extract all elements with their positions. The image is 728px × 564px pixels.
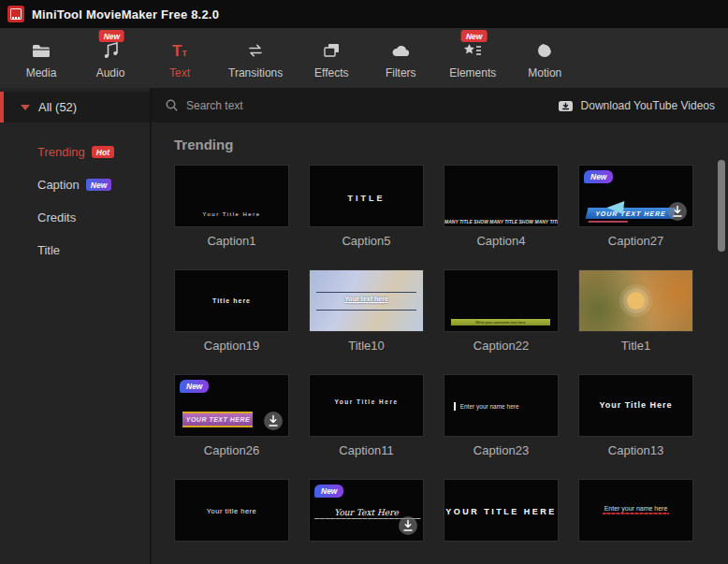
template-preview-text: YOUR TEXT HERE: [586, 208, 677, 219]
tab-label: Elements: [449, 66, 496, 80]
template-thumbnail[interactable]: Your Title Here: [174, 165, 289, 227]
template-preview: YOUR TITLE HERE: [444, 480, 558, 541]
tab-elements[interactable]: New Elements: [442, 28, 503, 88]
tab-label: Filters: [386, 66, 416, 80]
window-title: MiniTool MovieMaker Free 8.2.0: [32, 7, 219, 22]
effects-icon: [321, 39, 342, 62]
template-card-caption5[interactable]: TITLE Caption5: [309, 165, 424, 249]
template-thumbnail[interactable]: New Your Text Here: [309, 479, 424, 542]
template-name-label: Caption19: [174, 339, 289, 354]
template-card-caption13[interactable]: Your Title Here Caption13: [578, 374, 693, 458]
tab-effects[interactable]: Effects: [303, 28, 359, 88]
sidebar-item-credits[interactable]: Credits: [0, 201, 150, 234]
template-card-caption19[interactable]: Title here Caption19: [174, 269, 289, 354]
template-thumbnail[interactable]: Your Title Here: [309, 374, 424, 437]
new-badge: New: [86, 179, 111, 191]
template-name-label: [174, 548, 289, 563]
template-thumbnail[interactable]: Enter your name here: [578, 479, 693, 542]
template-card-caption11[interactable]: Your Title Here Caption11: [309, 374, 424, 458]
template-name-label: Caption23: [444, 443, 559, 458]
text-icon: Tт: [172, 39, 187, 62]
template-thumbnail[interactable]: Your title here: [174, 479, 289, 542]
tab-text[interactable]: Tт Text: [152, 28, 208, 88]
section-title: Trending: [174, 137, 728, 152]
template-preview-text: Enter your name here: [579, 505, 692, 514]
template-thumbnail[interactable]: New YOUR TEXT HERE: [578, 165, 693, 227]
template-preview: Your title here: [175, 480, 288, 541]
template-card-row4-4[interactable]: Enter your name here: [578, 479, 693, 563]
template-name-label: Title1: [578, 339, 693, 354]
template-thumbnail[interactable]: [578, 269, 693, 332]
template-preview-text: Your Title Here: [579, 400, 692, 410]
template-preview-text: TITLE: [310, 194, 423, 203]
sidebar-item-label: Credits: [37, 210, 76, 224]
template-name-label: Caption11: [309, 443, 424, 458]
tab-motion[interactable]: Motion: [517, 28, 573, 88]
download-youtube-videos-button[interactable]: Download YouTube Videos: [558, 98, 715, 113]
template-card-row4-1[interactable]: Your title here: [174, 479, 289, 563]
template-card-caption26[interactable]: New YOUR TEXT HERE Caption26: [174, 374, 289, 458]
template-card-caption4[interactable]: MANY TITLE SHOW MANY TITLE SHOW MANY TIT…: [444, 165, 559, 249]
download-icon[interactable]: [263, 411, 284, 431]
template-thumbnail[interactable]: New YOUR TEXT HERE: [174, 374, 289, 437]
template-preview: [579, 270, 692, 331]
motion-icon: [535, 39, 554, 62]
template-name-label: Caption13: [578, 443, 693, 458]
tab-transitions[interactable]: Transitions: [221, 28, 290, 88]
tab-audio[interactable]: New Audio: [82, 28, 138, 88]
sidebar-item-caption[interactable]: Caption New: [0, 168, 150, 201]
video-download-icon: [558, 98, 575, 113]
template-thumbnail[interactable]: Enter your name here: [444, 374, 559, 437]
template-preview-text: YOUR TITLE HERE: [444, 507, 558, 516]
sidebar-group-all[interactable]: All (52): [0, 92, 150, 123]
template-thumbnail[interactable]: Your text here: [309, 269, 424, 332]
template-card-caption1[interactable]: Your Title Here Caption1: [174, 165, 289, 249]
template-preview-text: MANY TITLE SHOW MANY TITLE SHOW MANY TIT…: [444, 219, 558, 224]
template-card-row4-3[interactable]: YOUR TITLE HERE: [444, 479, 559, 563]
template-name-label: [309, 548, 424, 563]
tab-media[interactable]: Media: [13, 28, 69, 88]
template-card-caption23[interactable]: Enter your name here Caption23: [444, 374, 559, 458]
filters-icon: [390, 39, 411, 62]
template-card-row4-2[interactable]: New Your Text Here: [309, 479, 424, 563]
template-card-title1[interactable]: Title1: [578, 269, 693, 354]
tab-label: Media: [26, 66, 57, 80]
template-preview-text: Your text here: [310, 296, 423, 302]
template-card-title10[interactable]: Your text here Title10: [309, 269, 424, 354]
tab-filters[interactable]: Filters: [372, 28, 429, 88]
template-thumbnail[interactable]: Your Title Here: [578, 374, 693, 437]
download-icon[interactable]: [398, 515, 418, 536]
tab-label: Effects: [314, 66, 348, 80]
new-badge: New: [584, 170, 613, 183]
vertical-scrollbar[interactable]: [718, 160, 725, 252]
template-preview: Enter your name here: [579, 480, 692, 541]
template-thumbnail[interactable]: Write your awesome text here: [444, 269, 559, 332]
template-card-caption22[interactable]: Write your awesome text here Caption22: [444, 269, 559, 354]
sidebar-item-title[interactable]: Title: [0, 234, 150, 267]
template-name-label: Caption1: [174, 234, 289, 249]
search-placeholder: Search text: [186, 99, 243, 112]
template-thumbnail[interactable]: YOUR TITLE HERE: [444, 479, 559, 542]
template-thumbnail[interactable]: MANY TITLE SHOW MANY TITLE SHOW MANY TIT…: [444, 165, 559, 227]
template-name-label: Caption26: [174, 443, 289, 458]
template-preview: Your text here: [310, 270, 423, 331]
template-card-caption27[interactable]: New YOUR TEXT HERE Caption27: [578, 165, 693, 249]
template-preview-text: Your title here: [175, 507, 288, 515]
template-preview: Your Title Here: [175, 166, 288, 226]
template-preview: Write your awesome text here: [444, 270, 558, 331]
search-input[interactable]: Search text: [165, 98, 558, 112]
template-name-label: [578, 548, 693, 563]
elements-new-badge: New: [461, 30, 487, 42]
sidebar-item-label: Title: [37, 243, 60, 257]
sidebar-item-trending[interactable]: Trending Hot: [0, 136, 150, 168]
template-preview-text: Enter your name here: [454, 402, 519, 411]
new-badge: New: [314, 484, 343, 498]
toolbar: Media New Audio Tт Text Transitions Effe…: [0, 28, 728, 88]
template-thumbnail[interactable]: Title here: [174, 269, 289, 332]
template-name-label: Title10: [309, 339, 424, 354]
app-window: MiniTool MovieMaker Free 8.2.0 Media New…: [0, 0, 728, 564]
tab-label: Transitions: [228, 66, 283, 80]
template-thumbnail[interactable]: TITLE: [309, 165, 424, 227]
template-name-label: Caption22: [444, 339, 559, 354]
download-icon[interactable]: [667, 201, 688, 222]
